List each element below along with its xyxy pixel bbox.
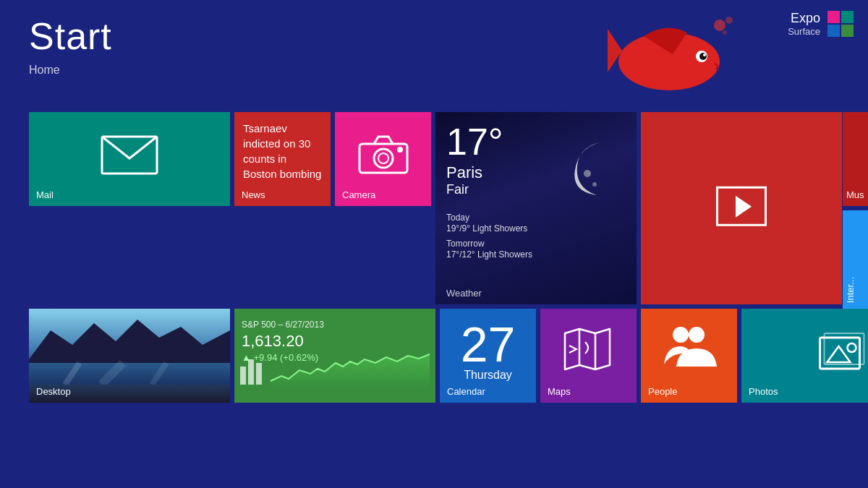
weather-forecast: Today 19°/9° Light Showers Tomorrow 17°/…	[446, 212, 626, 260]
svg-point-0	[714, 20, 726, 31]
desktop-landscape	[29, 309, 230, 385]
tile-photos-label: Photos	[749, 386, 778, 397]
svg-point-6	[703, 53, 706, 56]
tiles-container: Mail Tsarnaev indicted on 30 counts in B…	[29, 112, 868, 403]
svg-point-9	[374, 149, 393, 168]
tile-music-partial-label: Mus	[846, 189, 864, 200]
svg-point-30	[848, 343, 856, 352]
avatar-tile-2	[841, 11, 854, 23]
tile-calendar[interactable]: 27 Thursday Calendar	[440, 309, 536, 403]
weather-condition: Fair	[446, 182, 626, 197]
svg-rect-21	[248, 359, 254, 385]
tile-desktop[interactable]: Desktop	[29, 309, 230, 403]
tile-weather[interactable]: 17° Paris Fair Today 19°/9° Light Shower…	[435, 112, 637, 304]
start-title: Start	[29, 14, 112, 58]
weather-content: 17° Paris Fair Today 19°/9° Light Shower…	[435, 112, 637, 304]
svg-point-27	[689, 327, 705, 343]
people-icon	[660, 325, 718, 368]
tile-video[interactable]	[641, 112, 842, 304]
svg-rect-22	[256, 363, 262, 385]
tile-camera[interactable]: Camera	[335, 112, 431, 206]
tile-maps[interactable]: Maps	[540, 309, 637, 403]
play-triangle	[736, 195, 752, 217]
svg-point-3	[618, 33, 720, 90]
calendar-day-name: Thursday	[440, 369, 536, 382]
tile-internet-partial-label: Inter...	[845, 277, 856, 303]
svg-point-26	[673, 327, 689, 343]
svg-point-5	[699, 53, 707, 60]
tile-mail-label: Mail	[36, 189, 54, 200]
tile-people[interactable]: People	[641, 309, 737, 403]
tile-photos[interactable]: Photos	[741, 309, 868, 403]
weather-tomorrow: Tomorrow 17°/12° Light Showers	[446, 238, 626, 260]
calendar-content: 27 Thursday	[440, 320, 536, 382]
stock-chart	[234, 348, 435, 388]
play-border	[716, 187, 767, 226]
tile-maps-label: Maps	[548, 386, 571, 397]
photos-icon	[819, 332, 866, 372]
user-name-block: Expo Surface	[788, 11, 820, 37]
avatar-tile-4	[841, 25, 854, 37]
maps-icon	[563, 328, 614, 371]
tile-desktop-label: Desktop	[36, 386, 71, 397]
finance-title: S&P 500 – 6/27/2013	[242, 320, 428, 330]
user-area[interactable]: Expo Surface	[788, 11, 854, 37]
weather-today: Today 19°/9° Light Showers	[446, 212, 626, 234]
weather-temp: 17°	[446, 123, 626, 160]
tile-music-partial[interactable]: Mus	[843, 112, 868, 206]
camera-icon	[358, 135, 409, 175]
svg-point-11	[397, 147, 403, 153]
svg-rect-20	[240, 367, 246, 385]
svg-point-10	[378, 153, 388, 163]
home-label: Home	[29, 64, 112, 77]
tiles-row-2: Desktop S&P 500 – 6/27/2013 1,613.20 ▲ +…	[29, 309, 868, 403]
tiles-row-1: Mail Tsarnaev indicted on 30 counts in B…	[29, 112, 868, 304]
tile-internet-partial[interactable]: Inter...	[843, 210, 868, 309]
avatar-tile-1	[827, 11, 840, 23]
tile-calendar-label: Calendar	[447, 386, 485, 397]
tile-finance[interactable]: S&P 500 – 6/27/2013 1,613.20 ▲ +9.94 (+0…	[234, 309, 435, 403]
mail-icon	[101, 135, 158, 175]
tile-people-label: People	[648, 386, 677, 397]
user-device: Surface	[788, 26, 820, 37]
tile-camera-label: Camera	[342, 189, 375, 200]
user-display-name: Expo	[788, 11, 820, 26]
video-play-button	[716, 187, 767, 226]
user-avatar-tiles	[827, 11, 854, 37]
header: Start Home	[29, 14, 112, 77]
tile-mail[interactable]: Mail	[29, 112, 230, 206]
fish-decoration	[608, 14, 738, 108]
news-headline: Tsarnaev indicted on 30 counts in Boston…	[243, 121, 322, 181]
svg-point-4	[696, 51, 707, 62]
svg-rect-16	[29, 363, 230, 385]
tile-news[interactable]: Tsarnaev indicted on 30 counts in Boston…	[234, 112, 331, 206]
tile-weather-label: Weather	[446, 288, 482, 299]
svg-point-2	[723, 30, 727, 35]
avatar-tile-3	[827, 25, 840, 37]
finance-price: 1,613.20	[242, 332, 304, 350]
tile-news-label: News	[242, 189, 265, 200]
calendar-day-number: 27	[440, 320, 536, 369]
svg-point-1	[726, 17, 733, 24]
weather-city: Paris	[446, 163, 626, 182]
